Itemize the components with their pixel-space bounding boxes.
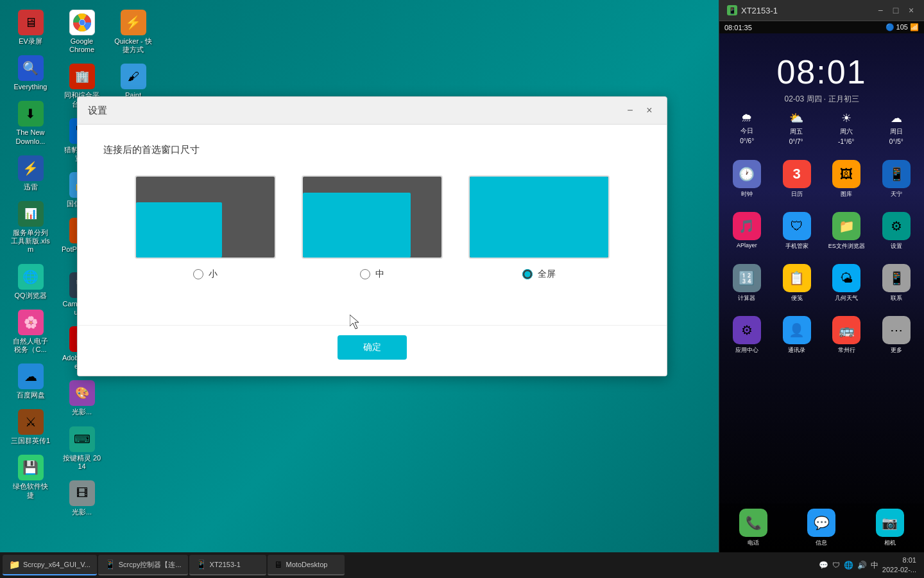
android-dock-phone[interactable]: 📞 电话: [739, 509, 767, 547]
android-dock-phone-label: 电话: [748, 539, 759, 547]
tray-icon-input[interactable]: 中: [871, 560, 878, 571]
android-dock-cam[interactable]: 📷 相机: [876, 509, 904, 547]
size-radio-small[interactable]: [193, 269, 203, 279]
desktop-icon-quicker[interactable]: ⚡ Quicker - 快捷方式: [109, 6, 157, 57]
tray-time: 8:01 2022-02-...: [882, 556, 916, 575]
size-radio-fullscreen[interactable]: [522, 269, 533, 279]
taskbar-item-scrcpy-gui[interactable]: 📁 Scrcpy_x64_GUI_V...: [3, 555, 97, 575]
desktop-icon-guangying[interactable]: 🎨 光影...: [58, 377, 106, 419]
desktop-icon-ev[interactable]: 🖥 EV录屏: [6, 6, 55, 49]
confirm-button[interactable]: 确定: [338, 335, 407, 360]
android-dock-msg[interactable]: 💬 信息: [807, 509, 835, 547]
android-app-calc-label: 计算器: [738, 294, 755, 302]
weather-today-day: 今日: [740, 127, 753, 136]
dialog-footer: 确定: [78, 325, 667, 376]
desktop-icon-newdownload[interactable]: ⬇ The NewDownlo...: [6, 98, 55, 148]
android-app-12[interactable]: 📱 联系: [874, 264, 919, 302]
desktop-icon-lvse-label: 绿色软件快捷: [10, 482, 51, 499]
android-app-contacts[interactable]: 👤 通讯录: [774, 316, 819, 355]
desktop-icon-qqbrowser-label: QQ浏览器: [14, 292, 46, 300]
dialog-section-title: 连接后的首选窗口尺寸: [103, 144, 641, 156]
android-app-8-label: 设置: [891, 242, 902, 250]
android-app-czbus[interactable]: 🚌 常州行: [825, 316, 869, 355]
dialog-close-button[interactable]: ×: [642, 103, 656, 118]
android-app-esfile[interactable]: 📁 ES文件浏览器: [825, 212, 869, 250]
android-app-clock[interactable]: 🕐 时钟: [724, 160, 769, 198]
desktop-icon-chrome[interactable]: GoogleChrome: [58, 6, 106, 57]
taskbar-item-scrcpy-gui-label: Scrcpy_x64_GUI_V...: [23, 561, 90, 568]
android-app-grid-1: 🕐 时钟 3 日历 🖼 图库 📱 天宁: [719, 155, 924, 204]
desktop-icon-guangying2-label: 光影...: [72, 508, 92, 516]
android-dock-phone-icon: 📞: [739, 509, 767, 537]
taskbar-items: 📁 Scrcpy_x64_GUI_V... 📱 Scrcpy控制器【连... 📱…: [3, 555, 814, 575]
android-titlebar-btns: − □ ×: [875, 5, 916, 15]
desktop-icon-sanguo[interactable]: ⚔ 三国群英传1: [6, 406, 55, 448]
tray-icon-wechat[interactable]: 💬: [819, 561, 828, 570]
desktop-icon-lvse[interactable]: 💾 绿色软件快捷: [6, 451, 55, 502]
weather-sat: ☀ 周六 -1°/6°: [838, 111, 854, 145]
android-minimize-button[interactable]: −: [875, 5, 886, 15]
tray-icon-sound[interactable]: 🔊: [857, 561, 867, 570]
android-maximize-button[interactable]: □: [891, 5, 901, 15]
android-app-12-label: 联系: [891, 294, 902, 302]
dialog-controls: − ×: [623, 103, 656, 118]
taskbar-item-xt2153[interactable]: 📱 XT2153-1: [189, 555, 266, 575]
desktop-icon-everything[interactable]: 🔍 Everything: [6, 52, 55, 94]
desktop-icon-tax[interactable]: 🌸 自然人电子税务（C...: [6, 306, 55, 357]
android-app-guard[interactable]: 🛡 手机管家: [774, 212, 819, 250]
android-app-grid-4: ⚙ 应用中心 👤 通讯录 🚌 常州行 ⋯ 更多: [719, 311, 924, 360]
size-preview-medium: [302, 175, 443, 259]
desktop-icon-qqbrowser[interactable]: 🌐 QQ浏览器: [6, 261, 55, 303]
taskbar-item-xt2153-label: XT2153-1: [210, 561, 241, 568]
desktop-icon-baidunetdisk[interactable]: ☁ 百度网盘: [6, 360, 55, 403]
android-app-appcenter-icon: ⚙: [733, 316, 761, 344]
android-close-button[interactable]: ×: [906, 5, 916, 15]
tray-icon-security[interactable]: 🛡: [832, 561, 840, 570]
android-app-appcenter[interactable]: ⚙ 应用中心: [724, 316, 769, 355]
dialog-title: 设置: [88, 105, 107, 117]
tray-icon-network[interactable]: 🌐: [844, 561, 853, 570]
android-bottom-bar: 📞 电话 💬 信息 📷 相机: [719, 504, 924, 552]
android-dock-cam-label: 相机: [884, 539, 896, 547]
desktop-icon-xlsm[interactable]: 📊 服务单分列工具新版.xlsm: [6, 198, 55, 258]
weather-fri-temp: 0°/7°: [789, 138, 803, 145]
android-app-note[interactable]: 📋 便笺: [774, 264, 819, 302]
size-radio-medium[interactable]: [360, 269, 370, 279]
size-option-small[interactable]: 小: [135, 175, 276, 280]
size-label-fullscreen: 全屏: [538, 268, 556, 280]
android-app-appcenter-label: 应用中心: [735, 346, 758, 355]
android-app-calc[interactable]: 🔢 计算器: [724, 264, 769, 302]
android-titlebar: 📱 XT2153-1 − □ ×: [719, 0, 924, 21]
android-app-8[interactable]: ⚙ 设置: [874, 212, 919, 250]
android-app-weather[interactable]: 🌤 几何天气: [825, 264, 869, 302]
taskbar-item-scrcpy-ctrl[interactable]: 📱 Scrcpy控制器【连...: [98, 555, 188, 575]
android-app-calendar-label: 日历: [791, 190, 803, 198]
weather-sun: ☁ 周日 0°/5°: [889, 111, 903, 145]
android-app-gallery[interactable]: 🖼 图库: [825, 160, 869, 198]
desktop-icon-hotkey[interactable]: ⌨ 按键精灵 2014: [58, 423, 106, 474]
android-app-calendar[interactable]: 3 日历: [774, 160, 819, 198]
weather-fri: ⛅ 周五 0°/7°: [789, 111, 803, 145]
taskbar-item-motodesktop[interactable]: 🖥 MotoDesktop: [268, 555, 345, 575]
desktop-icon-xunlei[interactable]: ⚡ 迅雷: [6, 152, 55, 195]
android-app-aplayer-label: APlayer: [737, 242, 757, 249]
desktop-icon-guangying2[interactable]: 🎞 光影...: [58, 477, 106, 520]
android-weather-row: 🌧 今日 0°/6° ⛅ 周五 0°/7° ☀ 周六 -1°/6°: [719, 105, 924, 152]
size-option-medium[interactable]: 中: [302, 175, 443, 280]
size-option-fullscreen[interactable]: 全屏: [468, 175, 610, 280]
weather-today-icon: 🌧: [741, 111, 753, 125]
android-app-clock-icon: 🕐: [733, 160, 761, 188]
android-app-4-label: 天宁: [891, 190, 902, 198]
android-app-guard-label: 手机管家: [785, 242, 809, 250]
android-app-calc-icon: 🔢: [733, 264, 761, 292]
android-app-more[interactable]: ⋯ 更多: [874, 316, 919, 355]
desktop-icon-baidunetdisk-label: 百度网盘: [17, 391, 45, 399]
size-label-medium: 中: [375, 268, 384, 280]
android-dock-msg-icon: 💬: [807, 509, 835, 537]
android-app-4[interactable]: 📱 天宁: [874, 160, 919, 198]
android-app-czbus-icon: 🚌: [832, 316, 860, 344]
android-app-aplayer[interactable]: 🎵 APlayer: [724, 212, 769, 250]
dialog-minimize-button[interactable]: −: [623, 103, 637, 118]
desktop-icon-chrome-label: GoogleChrome: [69, 37, 94, 54]
android-title-text: XT2153-1: [741, 6, 778, 15]
